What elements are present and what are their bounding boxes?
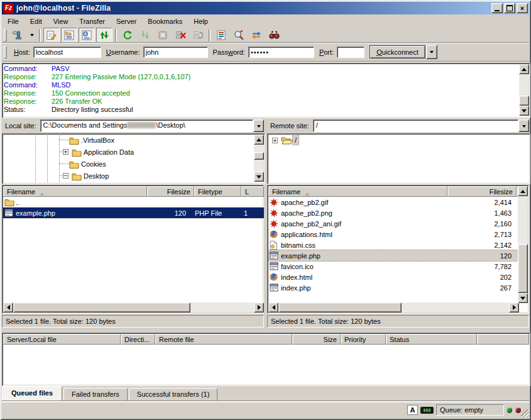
title-bar[interactable]: Fz john@localhost - FileZilla × (2, 2, 529, 14)
scroll-right-button[interactable] (509, 302, 519, 312)
username-input[interactable] (143, 47, 208, 58)
arrow-down-icon (520, 297, 525, 302)
arrow-up-icon (520, 187, 525, 193)
column-header-last-modified[interactable]: L (241, 186, 264, 197)
file-row-parent-dir[interactable]: .. (3, 197, 264, 207)
tree-expand-icon[interactable]: + (63, 149, 68, 155)
scroll-down-button[interactable] (519, 106, 529, 116)
refresh-button[interactable] (119, 28, 136, 43)
remote-horizontal-scrollbar[interactable] (268, 302, 519, 312)
toggle-message-log-button[interactable] (43, 28, 60, 43)
quickconnect-grip[interactable] (4, 46, 7, 58)
file-row-example-php[interactable]: example.php 120 PHP File 1 (3, 207, 264, 218)
tree-item-desktop[interactable]: Desktop (72, 170, 111, 182)
remote-site-combo[interactable]: / (313, 119, 529, 132)
scroll-left-button[interactable] (268, 302, 278, 312)
menu-bookmarks[interactable]: Bookmarks (142, 16, 188, 26)
file-row[interactable]: index.html202 (268, 272, 519, 282)
file-row[interactable]: applications.html2,713 (268, 229, 519, 240)
tree-expand-icon[interactable]: + (272, 138, 278, 143)
local-site-path[interactable]: C:\Documents and Settings\Desktop\ (40, 119, 253, 132)
menu-help[interactable]: Help (188, 16, 214, 26)
log-scrollbar[interactable] (519, 64, 529, 116)
local-site-dropdown-button[interactable] (253, 119, 264, 132)
scrollbar-thumb[interactable] (13, 302, 190, 312)
column-header-size[interactable]: Size (292, 334, 341, 345)
quickconnect-button[interactable]: Quickconnect (370, 45, 425, 58)
tab-failed-transfers[interactable]: Failed transfers (63, 388, 128, 401)
scroll-up-button[interactable] (519, 64, 529, 74)
directory-comparison-button[interactable] (231, 28, 247, 43)
speed-limits-icon[interactable] (420, 407, 434, 414)
file-row[interactable]: index.php267 (268, 282, 519, 293)
column-header-priority[interactable]: Priority (341, 334, 386, 345)
column-header-server-local-file[interactable]: Server/Local file (3, 334, 121, 345)
local-horizontal-scrollbar[interactable] (3, 302, 264, 312)
scrollbar-thumb[interactable] (254, 152, 264, 160)
remote-site-dropdown-button[interactable] (518, 119, 529, 132)
scroll-up-button[interactable] (254, 135, 264, 145)
column-header-remote-file[interactable]: Remote file (155, 334, 292, 345)
directory-listing-filters-button[interactable] (213, 28, 229, 43)
menu-edit[interactable]: Edit (25, 16, 48, 26)
scroll-down-button[interactable] (518, 293, 528, 303)
column-header-filetype[interactable]: Filetype (194, 186, 241, 197)
scroll-up-button[interactable] (518, 186, 528, 196)
file-row[interactable]: bitnami.css2,142 (268, 240, 519, 250)
scroll-down-button[interactable] (254, 172, 264, 182)
tree-item-cookies[interactable]: Cookies (69, 158, 108, 170)
minimize-button[interactable] (491, 3, 503, 13)
local-tree-scrollbar[interactable] (254, 135, 264, 182)
disconnect-button[interactable] (172, 28, 189, 43)
tree-item-virtualbox[interactable]: .VirtualBox (69, 135, 116, 146)
remote-site-label: Remote site: (270, 122, 309, 130)
site-manager-button[interactable] (9, 28, 26, 43)
file-row[interactable]: apache_pb2_ani.gif2,160 (268, 218, 519, 229)
local-site-combo[interactable]: C:\Documents and Settings\Desktop\ (40, 119, 264, 132)
remote-site-path[interactable]: / (313, 119, 518, 132)
toggle-remote-tree-button[interactable] (79, 28, 95, 43)
synchronized-browsing-button[interactable] (248, 28, 265, 43)
column-header-direction[interactable]: Directi... (121, 334, 155, 345)
file-row-selected[interactable]: example.php120 (268, 250, 519, 261)
remote-list-rows: apache_pb2.gif2,414 apache_pb2.png1,463 … (268, 197, 519, 303)
reconnect-button[interactable] (190, 28, 206, 43)
tab-queued-files[interactable]: Queued files (2, 386, 62, 401)
tree-collapse-icon[interactable]: − (63, 173, 68, 179)
tree-item-root[interactable]: / (281, 135, 298, 146)
tree-item-application-data[interactable]: Application Data (72, 146, 136, 158)
close-button[interactable]: × (517, 3, 528, 13)
toggle-local-tree-button[interactable] (61, 28, 77, 43)
site-manager-dropdown-button[interactable] (27, 28, 36, 43)
toolbar-grip[interactable] (4, 29, 7, 41)
cancel-operation-button[interactable] (155, 28, 171, 43)
process-queue-button[interactable] (137, 28, 153, 43)
quickconnect-dropdown-button[interactable] (426, 45, 437, 59)
menu-view[interactable]: View (48, 16, 74, 26)
column-header-filename[interactable]: Filename (3, 186, 147, 197)
column-header-filesize[interactable]: Filesize (147, 186, 194, 197)
host-input[interactable] (33, 47, 101, 58)
scrollbar-thumb[interactable] (519, 96, 529, 106)
tab-successful-transfers[interactable]: Successful transfers (1) (129, 388, 218, 401)
column-header-filesize[interactable]: Filesize (447, 186, 517, 197)
port-input[interactable] (337, 47, 364, 58)
toggle-transfer-queue-button[interactable] (96, 28, 112, 43)
menu-file[interactable]: File (2, 16, 25, 26)
file-row[interactable]: favicon.ico7,782 (268, 261, 519, 272)
scroll-right-button[interactable] (254, 302, 264, 312)
scroll-left-button[interactable] (3, 302, 13, 312)
find-files-button[interactable] (266, 28, 282, 43)
password-input[interactable] (248, 47, 314, 58)
file-row[interactable]: apache_pb2.gif2,414 (268, 197, 519, 207)
column-header-status[interactable]: Status (386, 334, 477, 345)
remote-vertical-scrollbar[interactable] (518, 186, 528, 303)
menu-server[interactable]: Server (111, 16, 142, 26)
resize-grip[interactable] (521, 409, 529, 417)
file-row[interactable]: apache_pb2.png1,463 (268, 207, 519, 218)
maximize-button[interactable] (504, 3, 515, 13)
menu-transfer[interactable]: Transfer (74, 16, 111, 26)
scrollbar-thumb[interactable] (278, 302, 402, 312)
scrollbar-thumb[interactable] (518, 244, 528, 293)
column-header-filename[interactable]: Filename (268, 186, 447, 197)
